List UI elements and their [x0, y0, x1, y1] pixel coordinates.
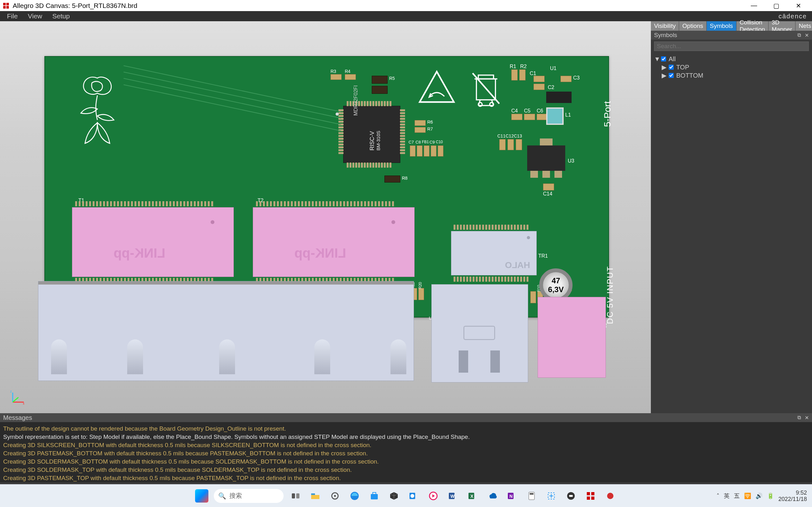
tab-visibility[interactable]: Visibility — [651, 21, 679, 31]
search-icon: 🔍 — [218, 492, 226, 500]
tree-check-top[interactable] — [669, 65, 674, 70]
svg-rect-19 — [373, 493, 376, 494]
menu-setup[interactable]: Setup — [47, 11, 75, 21]
start-button[interactable] — [194, 488, 209, 504]
tray-ime2[interactable]: 五 — [734, 492, 740, 500]
tree-node-bottom[interactable]: ▶BOTTOM — [654, 71, 809, 79]
smd-r1 — [511, 69, 518, 80]
tab-3dmapper[interactable]: 3D Mapper — [768, 21, 795, 31]
excel-icon[interactable]: X — [465, 488, 480, 504]
pin1-dot-icon — [336, 112, 339, 116]
ref-r1: R1 — [510, 64, 516, 69]
ref-r4: R4 — [345, 69, 351, 74]
explorer-icon[interactable] — [308, 488, 323, 504]
outlook-icon[interactable] — [406, 488, 421, 504]
gamebar-icon[interactable] — [563, 488, 578, 504]
tree-node-top[interactable]: ▶TOP — [654, 63, 809, 71]
symbols-panel-header: Symbols ⧉ ✕ — [651, 31, 812, 40]
message-line: Creating 3D SOLDERMASK_BOTTOM with defau… — [3, 458, 809, 466]
tab-nets[interactable]: Nets — [796, 21, 812, 31]
symbols-panel-title: Symbols — [654, 32, 677, 39]
rj45-single — [432, 284, 528, 383]
ref-c11: C11 — [497, 133, 506, 138]
chip-label-2: RISC-V — [369, 112, 375, 151]
svg-line-9 — [13, 397, 18, 402]
tree-node-all[interactable]: ▼All — [654, 55, 809, 63]
snip-icon[interactable] — [544, 488, 559, 504]
allegro-icon[interactable] — [583, 488, 598, 504]
calc-icon[interactable] — [524, 488, 539, 504]
maximize-button[interactable]: ▢ — [765, 0, 787, 11]
media-icon[interactable] — [426, 488, 441, 504]
svg-rect-33 — [569, 495, 573, 497]
settings-icon[interactable] — [327, 488, 343, 504]
onenote-icon[interactable]: N — [504, 488, 519, 504]
message-line: Creating 3D PASTEMASK_TOP with default t… — [3, 474, 809, 482]
ref-c10: C10 — [436, 140, 443, 144]
menu-view[interactable]: View — [23, 11, 47, 21]
edge-icon[interactable] — [347, 488, 362, 504]
smd-c7 — [410, 146, 415, 157]
smd-rx — [530, 291, 536, 303]
trace — [123, 72, 341, 118]
ref-r5: R5 — [389, 76, 395, 81]
minimize-button[interactable]: — — [743, 0, 765, 11]
svg-rect-13 — [296, 493, 299, 498]
tab-collision[interactable]: Collision Detection — [737, 21, 768, 31]
tray-wifi-icon[interactable]: 🛜 — [744, 493, 751, 499]
smd-d2 — [372, 86, 388, 94]
tab-options[interactable]: Options — [679, 21, 706, 31]
tray-battery-icon[interactable]: 🔋 — [767, 493, 774, 499]
smd-r7 — [415, 127, 426, 133]
esd-warning-icon — [418, 69, 456, 104]
smd-c14 — [543, 183, 554, 190]
svg-rect-14 — [311, 493, 315, 495]
smd-c3 — [560, 76, 571, 82]
tree-check-all[interactable] — [661, 56, 666, 61]
svg-rect-3 — [6, 6, 9, 9]
messages-body[interactable]: The outline of the design cannot be rend… — [0, 422, 812, 482]
svg-rect-18 — [371, 494, 378, 499]
svg-rect-36 — [587, 497, 590, 500]
tray-chevron-icon[interactable]: ˄ — [716, 493, 719, 499]
taskbar-search[interactable]: 🔍 搜索 — [214, 489, 284, 503]
smd-c8 — [417, 146, 422, 157]
app-icon — [3, 2, 9, 9]
symbols-search-input[interactable] — [654, 42, 809, 51]
smd-c4 — [511, 114, 522, 120]
menu-file[interactable]: File — [2, 11, 23, 21]
word-icon[interactable]: W — [445, 488, 461, 504]
tree-check-bottom[interactable] — [669, 73, 674, 78]
messages-close-icon[interactable]: ✕ — [805, 415, 809, 421]
search-label: 搜索 — [229, 492, 242, 500]
taskview-icon[interactable] — [288, 488, 303, 504]
tray-volume-icon[interactable]: 🔊 — [756, 493, 763, 499]
messages-undock-icon[interactable]: ⧉ — [798, 415, 801, 421]
ref-r3: R3 — [331, 69, 336, 74]
board-label-dc5v: DC 5V INPUT — [605, 266, 615, 324]
close-button[interactable]: ✕ — [787, 0, 809, 11]
svg-point-21 — [410, 494, 414, 498]
panel-undock-icon[interactable]: ⧉ — [798, 32, 801, 38]
message-line: Creating 3D PASTEMASK_BOTTOM with defaul… — [3, 449, 809, 458]
chip-label-1: MDR32F02FI — [353, 78, 359, 116]
tray-ime1[interactable]: 英 — [724, 492, 729, 500]
3d-icon[interactable] — [386, 488, 402, 504]
panel-close-icon[interactable]: ✕ — [805, 32, 809, 38]
ref-l1: L1 — [565, 112, 571, 118]
svg-rect-37 — [591, 497, 595, 500]
svg-rect-30 — [530, 493, 534, 495]
onedrive-icon[interactable] — [485, 488, 500, 504]
message-line: Symbol representation is set to: Step Mo… — [3, 433, 809, 441]
3d-viewport[interactable]: 5-Port DC 5V INPUT MDR32F02FI — [0, 21, 651, 413]
smd-fb1 — [424, 146, 429, 157]
smd-c9 — [431, 146, 437, 157]
store-icon[interactable] — [367, 488, 382, 504]
tray-clock[interactable]: 9:52 2022/11/18 — [778, 490, 807, 502]
record-icon[interactable] — [603, 488, 618, 504]
ref-c2: C2 — [548, 84, 554, 90]
smd-d1 — [372, 76, 388, 83]
smd-r3 — [331, 74, 342, 80]
ref-c12: C12 — [506, 133, 514, 138]
tab-symbols[interactable]: Symbols — [707, 21, 736, 31]
